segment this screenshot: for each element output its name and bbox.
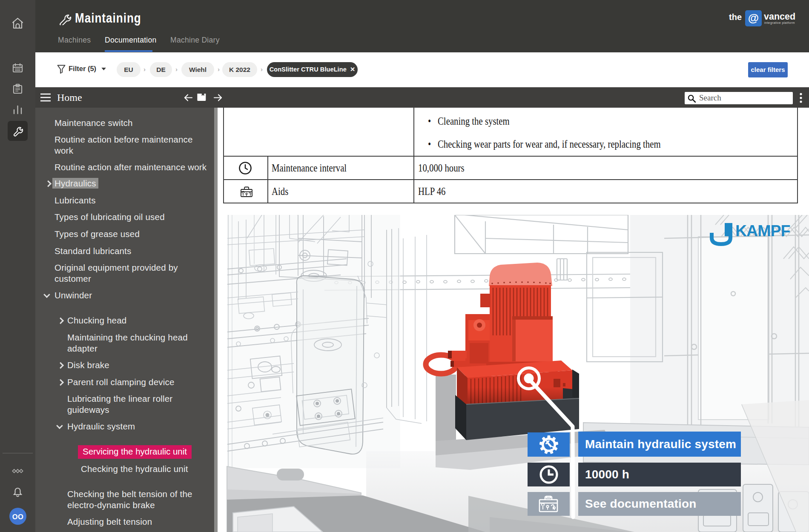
svg-text:OO: OO — [12, 513, 24, 521]
svg-text:KAMPF: KAMPF — [735, 222, 790, 240]
